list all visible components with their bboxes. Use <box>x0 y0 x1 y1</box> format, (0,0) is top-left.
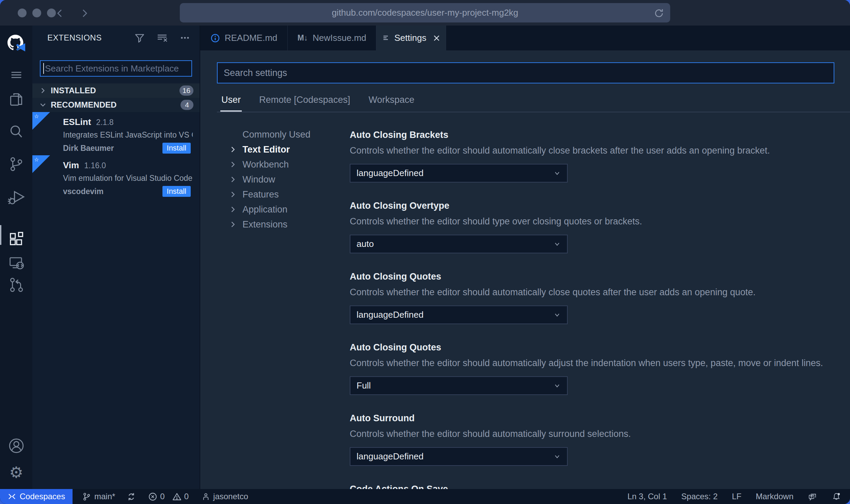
branch-item[interactable]: main* <box>82 492 115 501</box>
section-label: INSTALLED <box>51 86 96 95</box>
setting-block: Auto Closing Brackets Controls whether t… <box>350 129 834 183</box>
chevron-right-icon <box>39 87 47 94</box>
setting-block: Auto Closing Quotes Controls whether the… <box>350 342 834 395</box>
chevron-right-icon <box>229 220 237 229</box>
section-recommended[interactable]: RECOMMENDED 4 <box>32 98 200 112</box>
toc-item-features[interactable]: Features <box>229 187 350 202</box>
toc-item-application[interactable]: Application <box>229 202 350 217</box>
scope-tab-remote[interactable]: Remote [Codespaces] <box>259 95 350 105</box>
scope-divider <box>217 112 850 112</box>
settings-search-input[interactable] <box>224 68 834 78</box>
extension-description: Integrates ESLint JavaScript into VS C..… <box>63 130 193 140</box>
extension-name: Vim <box>63 160 79 171</box>
sync-icon[interactable] <box>127 492 136 501</box>
window-minimize-button[interactable] <box>32 9 41 17</box>
indent-setting[interactable]: Spaces: 2 <box>681 492 718 501</box>
bell-icon[interactable] <box>832 492 841 501</box>
setting-description: Controls whether the editor should autom… <box>350 428 834 440</box>
account-icon[interactable] <box>8 437 25 454</box>
tab-settings[interactable]: Settings <box>376 26 446 50</box>
toc-item-workbench[interactable]: Workbench <box>229 157 350 172</box>
scope-tab-workspace[interactable]: Workspace <box>368 95 414 105</box>
extension-name: ESLint <box>63 117 91 127</box>
extension-publisher: vscodevim <box>63 187 104 196</box>
active-view-indicator <box>0 225 1 245</box>
extension-version: 2.1.8 <box>96 118 113 127</box>
extensions-search-box[interactable] <box>40 60 192 77</box>
setting-dropdown[interactable]: languageDefined <box>350 305 568 324</box>
install-button[interactable]: Install <box>162 143 191 154</box>
setting-dropdown[interactable]: Full <box>350 376 568 395</box>
extensions-sidebar: EXTENSIONS <box>32 26 200 489</box>
back-icon[interactable] <box>54 8 65 19</box>
setting-dropdown[interactable]: languageDefined <box>350 447 568 466</box>
toc-item-text-editor[interactable]: Text Editor <box>229 142 350 157</box>
language-mode[interactable]: Markdown <box>756 492 793 501</box>
setting-title: Code Actions On Save <box>350 483 834 489</box>
tab-readme[interactable]: README.md <box>200 26 288 50</box>
section-count-badge: 4 <box>180 100 193 110</box>
reload-icon[interactable] <box>653 7 665 19</box>
settings-list: Auto Closing Brackets Controls whether t… <box>350 127 834 489</box>
editor-area: README.md M↓ NewIssue.md Settings <box>200 26 850 489</box>
feedback-icon[interactable] <box>808 492 817 501</box>
more-actions-icon[interactable] <box>179 32 191 44</box>
extension-item-eslint[interactable]: ☆ ESLint 2.1.8 Integrates ESLint JavaScr… <box>32 112 200 155</box>
pull-request-icon[interactable] <box>8 276 25 293</box>
scope-tab-user[interactable]: User <box>221 95 241 105</box>
warnings-count: 0 <box>184 492 189 501</box>
section-installed[interactable]: INSTALLED 16 <box>32 83 200 98</box>
chevron-down-icon <box>553 453 561 460</box>
filter-icon[interactable] <box>134 32 145 43</box>
info-icon <box>210 33 220 43</box>
menu-icon[interactable] <box>9 67 24 83</box>
explorer-icon[interactable] <box>8 91 25 108</box>
close-icon[interactable] <box>432 34 441 42</box>
tab-label: README.md <box>225 33 278 43</box>
codespaces-remote-button[interactable]: Codespaces <box>0 489 73 504</box>
errors-count: 0 <box>160 492 164 501</box>
cursor-position[interactable]: Ln 3, Col 1 <box>627 492 667 501</box>
chevron-right-icon <box>229 175 237 184</box>
chevron-down-icon <box>553 311 561 319</box>
user-item[interactable]: jasonetco <box>202 492 248 501</box>
extensions-icon[interactable] <box>7 230 25 248</box>
tab-newissue[interactable]: M↓ NewIssue.md <box>288 26 376 50</box>
problems-item[interactable]: 0 0 <box>148 492 189 501</box>
setting-block: Auto Closing Overtype Controls whether t… <box>350 200 834 253</box>
settings-scope-tabs: User Remote [Codespaces] Workspace <box>221 95 834 105</box>
forward-icon[interactable] <box>79 8 90 19</box>
window-controls <box>18 9 56 17</box>
source-control-icon[interactable] <box>8 156 25 173</box>
eol-setting[interactable]: LF <box>732 492 741 501</box>
settings-search-box[interactable] <box>217 62 834 83</box>
star-icon: ☆ <box>34 113 39 120</box>
clear-search-results-icon[interactable] <box>156 32 168 44</box>
setting-title: Auto Closing Quotes <box>350 342 834 353</box>
window-close-button[interactable] <box>18 9 27 17</box>
toc-item-window[interactable]: Window <box>229 172 350 187</box>
settings-gear-icon[interactable]: ⚙ <box>9 464 23 480</box>
warnings-icon <box>172 492 182 501</box>
toc-item-extensions[interactable]: Extensions <box>229 217 350 232</box>
run-debug-icon[interactable] <box>7 188 25 206</box>
chevron-down-icon <box>553 382 561 390</box>
url-bar[interactable]: github.com/codespaces/user-my-project-mg… <box>180 3 670 22</box>
settings-editor: User Remote [Codespaces] Workspace Commo… <box>200 50 850 489</box>
extensions-search-input[interactable] <box>45 63 191 74</box>
extension-item-vim[interactable]: ☆ Vim 1.16.0 Vim emulation for Visual St… <box>32 155 200 199</box>
remote-explorer-icon[interactable] <box>7 254 25 271</box>
search-icon[interactable] <box>8 124 25 141</box>
settings-list-icon <box>381 34 390 42</box>
setting-dropdown[interactable]: auto <box>350 235 568 253</box>
extensions-panel-title: EXTENSIONS <box>47 33 102 43</box>
toc-item-commonly-used[interactable]: Commonly Used <box>229 127 350 142</box>
extension-description: Vim emulation for Visual Studio Code... <box>63 174 193 183</box>
setting-block: Auto Surround Controls whether the edito… <box>350 412 834 466</box>
setting-dropdown[interactable]: languageDefined <box>350 164 568 183</box>
setting-title: Auto Closing Overtype <box>350 200 834 211</box>
url-text: github.com/codespaces/user-my-project-mg… <box>332 7 518 18</box>
setting-block: Code Actions On Save <box>350 483 834 489</box>
install-button[interactable]: Install <box>162 186 191 197</box>
tab-label: NewIssue.md <box>313 33 366 43</box>
